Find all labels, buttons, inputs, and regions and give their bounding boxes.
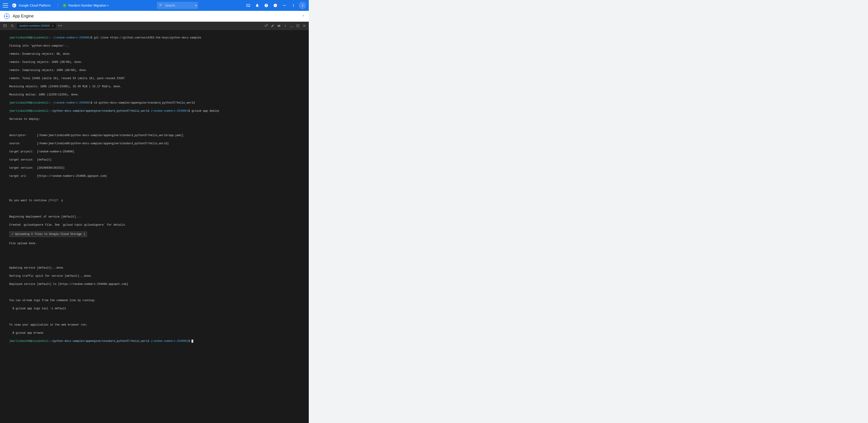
svg-point-16: [285, 25, 285, 26]
svg-line-12: [13, 26, 13, 27]
search-input[interactable]: [157, 2, 198, 9]
terminal-cursor: [191, 339, 193, 343]
terminal-search-button[interactable]: [9, 23, 16, 29]
notifications-button[interactable]: [254, 2, 261, 9]
svg-point-17: [285, 26, 285, 27]
notification-dot: [276, 3, 278, 4]
project-chevron-icon: ▾: [107, 4, 109, 7]
terminal-layout-button[interactable]: [2, 23, 8, 29]
project-name: Random Number Migration: [68, 4, 106, 7]
app-engine-icon: [4, 13, 10, 20]
search-expand-icon[interactable]: ▾: [195, 4, 197, 7]
open-in-new-window-button[interactable]: [264, 23, 269, 29]
cloud-shell-button[interactable]: [245, 2, 252, 9]
shell-tab-active[interactable]: random-numbers-254600 ✕: [16, 23, 57, 28]
search-container: 🔍 ▾: [157, 2, 198, 9]
top-navigation: G Google Cloud Platform Random Number Mi…: [0, 0, 309, 11]
add-tab-chevron[interactable]: ▾: [61, 24, 62, 27]
svg-line-14: [267, 24, 268, 26]
sub-header-expand[interactable]: [302, 14, 305, 19]
edit-button[interactable]: [270, 23, 275, 29]
close-shell-button[interactable]: [302, 23, 307, 29]
shell-more-button[interactable]: [283, 23, 288, 29]
svg-rect-13: [265, 25, 266, 26]
svg-text:G: G: [13, 4, 15, 7]
svg-rect-9: [4, 24, 6, 27]
project-icon: [63, 3, 67, 7]
help-button[interactable]: [263, 2, 270, 9]
user-avatar[interactable]: J: [299, 2, 306, 9]
add-tab-icon: +: [58, 24, 60, 28]
hamburger-menu-button[interactable]: [3, 3, 8, 8]
svg-text:J: J: [302, 4, 303, 7]
minimize-button[interactable]: [289, 23, 294, 29]
app-engine-title: App Engine: [13, 14, 34, 19]
svg-point-4: [6, 16, 8, 17]
info-button[interactable]: [272, 2, 279, 9]
shell-tab-close-button[interactable]: ✕: [52, 24, 54, 27]
svg-point-15: [285, 24, 285, 25]
sub-header: App Engine: [0, 11, 309, 22]
more-options-button[interactable]: [290, 2, 297, 9]
svg-point-11: [11, 25, 13, 26]
progress-bar-end: ]: [84, 232, 85, 236]
nav-actions: J: [245, 2, 306, 9]
shell-actions-right: [264, 23, 307, 29]
progress-bar-text: ⠼ Uploading 5 files to Google Cloud Stor…: [11, 232, 82, 236]
shell-tabs-container: random-numbers-254600 ✕ + ▾: [2, 23, 264, 29]
terminal-output[interactable]: jmartindale98@cloudshell:- (random-numbe…: [0, 30, 309, 423]
gcp-logo: G Google Cloud Platform: [12, 3, 51, 8]
shell-add-tab-button[interactable]: + ▾: [58, 24, 62, 28]
apps-button[interactable]: [281, 2, 288, 9]
maximize-button[interactable]: [295, 23, 301, 29]
preview-button[interactable]: [276, 23, 282, 29]
cloud-shell-container: random-numbers-254600 ✕ + ▾: [0, 22, 309, 423]
gcp-logo-text: Google Cloud Platform: [19, 4, 51, 7]
upload-progress-bar: ⠼ Uploading 5 files to Google Cloud Stor…: [9, 232, 87, 237]
shell-tab-name: random-numbers-254600: [19, 24, 50, 27]
search-icon: 🔍: [159, 4, 163, 7]
svg-rect-19: [297, 25, 299, 27]
project-selector[interactable]: Random Number Migration ▾: [61, 2, 111, 8]
gcp-logo-icon: G: [12, 3, 17, 8]
shell-toolbar: random-numbers-254600 ✕ + ▾: [0, 22, 309, 30]
